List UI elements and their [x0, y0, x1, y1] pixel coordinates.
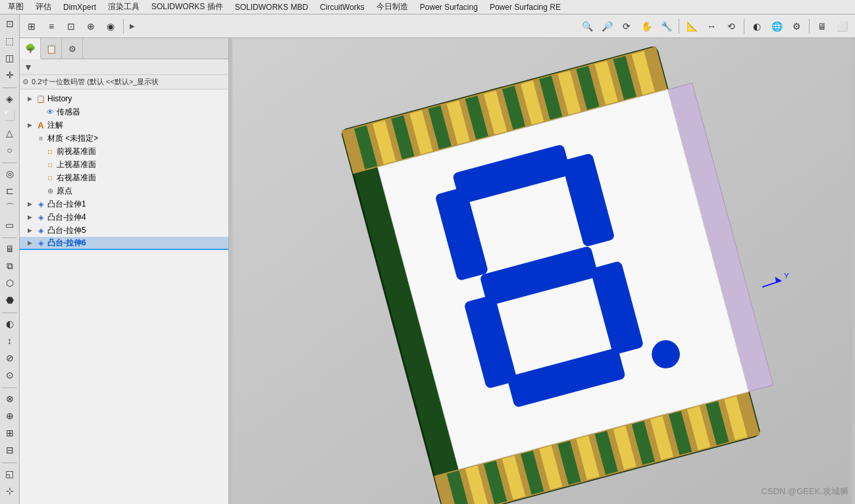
boss4-icon: ◈	[36, 212, 46, 222]
tr-rotate-icon[interactable]: ⟳	[617, 17, 636, 36]
tr-arrow-icon[interactable]: ↔	[702, 17, 721, 36]
annotation-label: 注解	[47, 120, 228, 131]
menu-power-surfacing[interactable]: Power Surfacing	[415, 1, 483, 13]
tree-item-boss5[interactable]: ▶ ◈ 凸台-拉伸5	[20, 224, 228, 237]
tab-feature-tree[interactable]: 🌳	[20, 38, 41, 59]
left-icon-2[interactable]: ⬚	[2, 33, 18, 49]
left-icon-24[interactable]: ⊟	[2, 442, 18, 458]
left-icon-15[interactable]: ⬡	[2, 275, 18, 291]
tr-globe-icon[interactable]: 🌐	[767, 17, 786, 36]
path-text: 0.2寸一位数码管 (默认 <<默认>_显示状	[32, 77, 159, 87]
content-area: 🌳 📋 ⚙ ▼ ⚙ 0.2寸一位数码管 (默认 <<默认>_显示状 ▶ 📋 Hi…	[20, 38, 855, 504]
left-icon-21[interactable]: ⊗	[2, 391, 18, 407]
menu-xuanran[interactable]: 渲染工具	[103, 0, 145, 14]
tr-sep1	[679, 19, 679, 34]
htoolbar-btn-2[interactable]: ≡	[42, 17, 61, 36]
left-icon-10[interactable]: ⊏	[2, 183, 18, 199]
sep-6	[2, 461, 17, 463]
right-plane-label: 右视基准面	[57, 172, 228, 184]
menu-solidworks-mbd[interactable]: SOLIDWORKS MBD	[230, 1, 313, 13]
left-icon-3[interactable]: ◫	[2, 50, 18, 66]
menu-dimxpert[interactable]: DimXpert	[58, 1, 101, 13]
htoolbar-sep	[123, 19, 124, 34]
tree-item-right-plane[interactable]: □ 右视基准面	[20, 171, 228, 184]
sep-3	[2, 236, 17, 238]
tree-item-front-plane[interactable]: □ 前视基准面	[20, 145, 228, 158]
left-icon-9[interactable]: ◎	[2, 166, 18, 182]
tr-undo-icon[interactable]: ⟲	[722, 17, 740, 36]
left-icon-8[interactable]: ○	[2, 142, 18, 158]
menu-jinri[interactable]: 今日制造	[371, 0, 413, 14]
menu-pinggu[interactable]: 评估	[30, 0, 57, 14]
tr-zoom-icon[interactable]: 🔎	[598, 17, 616, 36]
boss5-expand-icon: ▶	[25, 226, 34, 235]
tab-config[interactable]: ⚙	[62, 38, 83, 59]
menu-power-surfacing-re[interactable]: Power Surfacing RE	[484, 1, 566, 13]
htoolbar-more[interactable]: ▶	[127, 17, 138, 36]
filter-icon[interactable]: ▼	[24, 62, 33, 72]
tree-item-boss1[interactable]: ▶ ◈ 凸台-拉伸1	[20, 197, 228, 211]
left-icon-7[interactable]: △	[2, 125, 18, 141]
tr-move-icon[interactable]: ✋	[637, 17, 656, 36]
left-icon-6[interactable]: ⬜	[2, 108, 18, 124]
main-area: ⊞ ≡ ⊡ ⊕ ◉ ▶ 🔍 🔎 ⟳ ✋ 🔧 📐 ↔ ⟲ ◐ 🌐 ⚙ 🖥 ⬜	[20, 14, 855, 504]
htoolbar-btn-3[interactable]: ⊡	[62, 17, 80, 36]
tree-item-sensor[interactable]: 👁 传感器	[20, 105, 228, 118]
front-plane-expand-icon	[34, 147, 43, 156]
material-label: 材质 <未指定>	[47, 133, 228, 144]
left-icon-26[interactable]: ⊹	[2, 483, 18, 499]
3d-scene: Y	[229, 38, 855, 504]
left-icon-4[interactable]: ✛	[2, 67, 18, 83]
path-bar: ⚙ 0.2寸一位数码管 (默认 <<默认>_显示状	[20, 75, 228, 89]
left-icon-12[interactable]: ▭	[2, 217, 18, 233]
left-icon-19[interactable]: ⊘	[2, 350, 18, 366]
boss5-label: 凸台-拉伸5	[47, 225, 228, 236]
left-toolbar: ⊡ ⬚ ◫ ✛ ◈ ⬜ △ ○ ◎ ⊏ ⌒ ▭ 🖥 ⧉ ⬡ ⬣ ◐ ↕ ⊘ ⊙ …	[0, 14, 20, 504]
left-icon-1[interactable]: ⊡	[2, 16, 18, 32]
tr-measure-icon[interactable]: 📐	[683, 17, 701, 36]
left-icon-23[interactable]: ⊞	[2, 425, 18, 441]
sensor-label: 传感器	[57, 107, 228, 118]
left-icon-22[interactable]: ⊕	[2, 408, 18, 424]
tr-tool-icon[interactable]: 🔧	[657, 17, 675, 36]
front-plane-icon: □	[45, 146, 55, 157]
tree-item-history[interactable]: ▶ 📋 History	[20, 92, 228, 105]
left-icon-18[interactable]: ↕	[2, 333, 18, 349]
htoolbar-btn-1[interactable]: ⊞	[22, 17, 41, 36]
menu-caotu[interactable]: 草图	[3, 0, 29, 14]
left-icon-20[interactable]: ⊙	[2, 367, 18, 383]
menu-solidworks-plugin[interactable]: SOLIDWORKS 插件	[146, 0, 228, 14]
history-expand-icon: ▶	[25, 94, 34, 103]
h-toolbar: ⊞ ≡ ⊡ ⊕ ◉ ▶ 🔍 🔎 ⟳ ✋ 🔧 📐 ↔ ⟲ ◐ 🌐 ⚙ 🖥 ⬜	[20, 14, 855, 38]
tree-item-origin[interactable]: ⊕ 原点	[20, 184, 228, 197]
tree-item-top-plane[interactable]: □ 上视基准面	[20, 158, 228, 171]
left-icon-16[interactable]: ⬣	[2, 292, 18, 308]
material-icon: ≡	[36, 133, 46, 143]
left-icon-5[interactable]: ◈	[2, 91, 18, 107]
left-icon-25[interactable]: ◱	[2, 466, 18, 482]
top-plane-expand-icon	[34, 160, 43, 169]
tr-monitor-icon[interactable]: 🖥	[813, 17, 831, 36]
htoolbar-btn-4[interactable]: ⊕	[82, 17, 100, 36]
tr-sep2	[744, 19, 744, 34]
left-icon-13[interactable]: 🖥	[2, 241, 18, 257]
menu-circuitworks[interactable]: CircuitWorks	[315, 1, 370, 13]
top-plane-label: 上视基准面	[57, 159, 228, 170]
annotation-icon: A	[36, 120, 46, 130]
tree-item-boss4[interactable]: ▶ ◈ 凸台-拉伸4	[20, 211, 228, 224]
panel-resize-handle[interactable]	[224, 38, 228, 504]
left-icon-14[interactable]: ⧉	[2, 258, 18, 274]
tr-display-icon[interactable]: ◐	[748, 17, 766, 36]
filter-bar: ▼	[20, 59, 228, 75]
htoolbar-btn-5[interactable]: ◉	[101, 17, 120, 36]
left-icon-11[interactable]: ⌒	[2, 200, 18, 216]
tab-property[interactable]: 📋	[41, 38, 62, 59]
tree-item-annotation[interactable]: ▶ A 注解	[20, 118, 228, 132]
tr-window-icon[interactable]: ⬜	[833, 17, 851, 36]
tree-item-material[interactable]: ≡ 材质 <未指定>	[20, 132, 228, 145]
left-icon-17[interactable]: ◐	[2, 316, 18, 332]
tree-item-boss6[interactable]: ▶ ◈ 凸台-拉伸6	[20, 237, 228, 250]
sep-4	[2, 311, 17, 313]
tr-settings-icon[interactable]: ⚙	[787, 17, 806, 36]
tr-search-icon[interactable]: 🔍	[578, 17, 596, 36]
